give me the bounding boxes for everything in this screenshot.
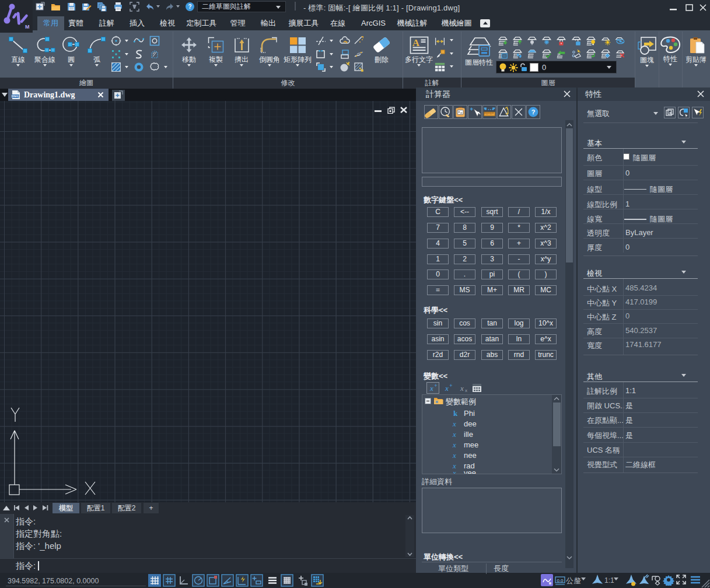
svg-text:M: M (25, 24, 30, 30)
svg-text:?: ? (531, 108, 536, 116)
svg-text:x: x (465, 388, 467, 393)
svg-text:DWG: DWG (12, 94, 20, 98)
svg-text:+: + (449, 383, 452, 388)
svg-text:+: + (434, 383, 437, 388)
svg-text:x: x (460, 384, 464, 393)
svg-text:?: ? (188, 4, 191, 10)
svg-text:A: A (412, 37, 419, 48)
svg-text:x: x (429, 384, 433, 393)
svg-text:x: x (445, 384, 449, 393)
svg-text:0.0: 0.0 (557, 578, 564, 583)
